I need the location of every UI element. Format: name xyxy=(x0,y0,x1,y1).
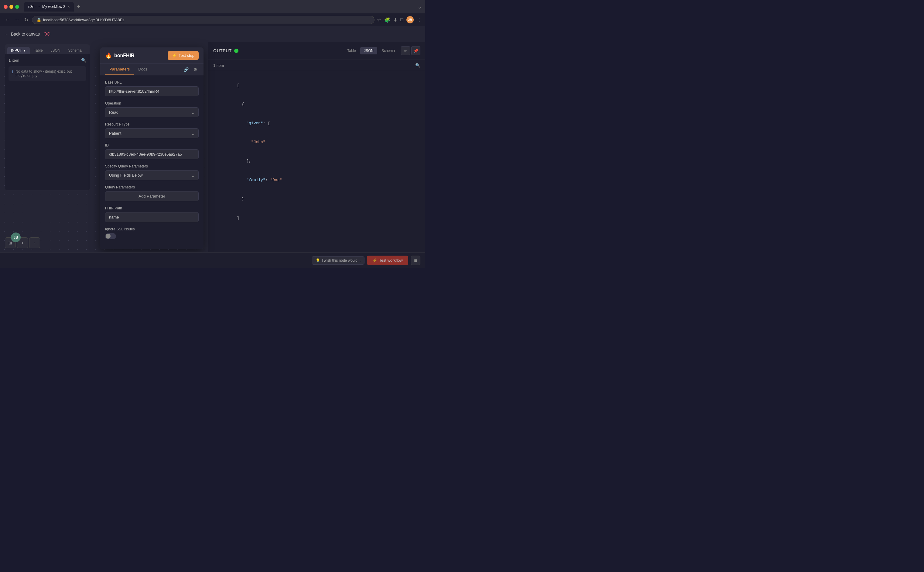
zoom-out-button[interactable]: - xyxy=(29,237,40,248)
bottom-bar: 💡 I wish this node would... ⚡ Test workf… xyxy=(0,252,425,268)
pin-output-button[interactable]: 📌 xyxy=(411,46,420,55)
add-parameter-button[interactable]: Add Parameter xyxy=(105,191,198,201)
back-to-canvas-link[interactable]: ← Back to canvas xyxy=(5,32,40,36)
download-icon[interactable]: ⬇ xyxy=(393,17,397,23)
fhir-path-field-group: FHIR Path xyxy=(105,206,198,222)
back-to-canvas-label: Back to canvas xyxy=(11,32,40,36)
screen-capture-icon[interactable]: □ xyxy=(400,17,403,22)
browser-tab-active[interactable]: n8n - → My workflow 2 × xyxy=(24,2,74,12)
node-body: Base URL Operation Read Resource Type Pa… xyxy=(100,75,203,249)
node-tabs: Parameters Docs 🔗 ⚙ xyxy=(100,64,203,75)
close-traffic-light[interactable] xyxy=(4,5,8,9)
json-line-1: { xyxy=(213,95,420,113)
traffic-lights xyxy=(4,5,19,9)
node-icon: 🔥 xyxy=(105,52,112,59)
star-icon[interactable]: ☆ xyxy=(377,17,381,23)
operation-field-group: Operation Read xyxy=(105,101,198,117)
node-header: 🔥 bonFHIR ⚡ Test step xyxy=(100,47,203,64)
ignore-ssl-toggle-wrapper xyxy=(105,233,198,239)
search-input-button[interactable]: 🔍 xyxy=(81,58,86,63)
fhir-path-input[interactable] xyxy=(105,212,198,222)
test-workflow-button[interactable]: ⚡ Test workflow xyxy=(367,256,408,265)
id-label: ID xyxy=(105,143,198,148)
tab-json[interactable]: JSON xyxy=(47,47,64,54)
ignore-ssl-toggle[interactable] xyxy=(105,233,116,239)
canvas-controls: JB ⊞ + - xyxy=(5,237,40,248)
id-input[interactable] xyxy=(105,149,198,159)
specify-query-label: Specify Query Parameters xyxy=(105,164,198,168)
json-line-3: "John" xyxy=(213,133,420,152)
output-panel: OUTPUT Table JSON Schema ✏ 📌 1 ite xyxy=(208,26,425,268)
items-count-row: 1 item 🔍 xyxy=(8,58,86,63)
tab-table[interactable]: Table xyxy=(30,47,47,54)
browser-chrome: n8n - → My workflow 2 × + ⌄ ← → ↻ 🔒 loca… xyxy=(0,0,425,26)
tab-input[interactable]: INPUT ▼ xyxy=(7,47,30,54)
tab-schema[interactable]: Schema xyxy=(65,47,85,54)
minimize-traffic-light[interactable] xyxy=(9,5,13,9)
test-step-button[interactable]: ⚡ Test step xyxy=(167,51,198,60)
browser-nav-icons: ☆ 🧩 ⬇ □ JB ⋮ xyxy=(377,16,422,23)
output-header: OUTPUT Table JSON Schema ✏ 📌 xyxy=(208,42,425,60)
back-button[interactable]: ← xyxy=(4,16,11,24)
test-workflow-icon: ⚡ xyxy=(372,258,377,263)
node-tab-icons: 🔗 ⚙ xyxy=(182,64,198,75)
app-content: ← Back to canvas ⬡⬡ INPUT ▼ Table JSON S… xyxy=(0,26,425,268)
output-items-row: 1 item 🔍 xyxy=(208,60,425,71)
output-tab-table[interactable]: Table xyxy=(344,47,360,54)
output-search-button[interactable]: 🔍 xyxy=(415,63,420,68)
edit-output-button[interactable]: ✏ xyxy=(401,46,410,55)
ignore-ssl-label: Ignore SSL Issues xyxy=(105,227,198,231)
node-panel: 🔥 bonFHIR ⚡ Test step Parameters Docs 🔗 … xyxy=(100,47,203,249)
input-panel: INPUT ▼ Table JSON Schema 1 item 🔍 ℹ No … xyxy=(5,44,90,190)
canvas-topbar: ← Back to canvas ⬡⬡ xyxy=(0,26,425,42)
output-status-dot xyxy=(234,49,239,53)
forward-button[interactable]: → xyxy=(13,16,21,24)
tab-label: n8n - → My workflow 2 xyxy=(28,5,65,9)
n8n-logo: ⬡⬡ xyxy=(43,32,50,36)
tab-close-icon[interactable]: × xyxy=(68,5,70,8)
wish-tooltip: 💡 I wish this node would... xyxy=(312,256,364,265)
output-actions: ✏ 📌 xyxy=(401,46,420,55)
ignore-ssl-field-group: Ignore SSL Issues xyxy=(105,227,198,239)
browser-expand-icon[interactable]: ⌄ xyxy=(418,4,422,10)
user-avatar-bottom[interactable]: JB xyxy=(11,233,21,242)
operation-label: Operation xyxy=(105,101,198,106)
output-tab-json[interactable]: JSON xyxy=(360,47,377,54)
base-url-label: Base URL xyxy=(105,80,198,84)
new-tab-button[interactable]: + xyxy=(75,4,82,10)
stop-icon: ■ xyxy=(414,258,417,263)
resource-type-label: Resource Type xyxy=(105,122,198,126)
input-panel-tabs: INPUT ▼ Table JSON Schema xyxy=(5,44,90,54)
more-menu-icon[interactable]: ⋮ xyxy=(417,17,422,23)
json-line-5: "family": "Doe" xyxy=(213,171,420,190)
specify-query-select[interactable]: Using Fields Below xyxy=(105,170,198,180)
toggle-knob xyxy=(106,234,110,239)
wish-icon: 💡 xyxy=(316,258,320,263)
resource-type-field-group: Resource Type Patient xyxy=(105,122,198,138)
base-url-input[interactable] xyxy=(105,86,198,96)
url-bar[interactable]: 🔒 localhost:5678/workflow/a3qYBLhYD8UTA8… xyxy=(32,16,375,24)
resource-type-select[interactable]: Patient xyxy=(105,128,198,138)
test-step-icon: ⚡ xyxy=(172,53,177,58)
specify-query-select-wrapper: Using Fields Below xyxy=(105,170,198,180)
output-items-count: 1 item xyxy=(213,63,224,68)
empty-info-box: ℹ No data to show - item(s) exist, but t… xyxy=(8,66,86,81)
output-tab-schema[interactable]: Schema xyxy=(378,47,398,54)
node-link-icon[interactable]: 🔗 xyxy=(182,64,190,75)
tab-docs[interactable]: Docs xyxy=(134,64,152,75)
reload-button[interactable]: ↻ xyxy=(23,16,29,24)
node-settings-icon[interactable]: ⚙ xyxy=(192,64,198,75)
fhir-path-label: FHIR Path xyxy=(105,206,198,210)
maximize-traffic-light[interactable] xyxy=(15,5,19,9)
wish-text: I wish this node would... xyxy=(322,258,361,263)
empty-message: No data to show - item(s) exist, but the… xyxy=(16,69,83,78)
output-controls: Table JSON Schema ✏ 📌 xyxy=(344,46,420,55)
output-tabs: Table JSON Schema xyxy=(344,47,398,54)
json-line-4: ], xyxy=(213,152,420,171)
info-icon: ℹ xyxy=(12,70,13,74)
operation-select[interactable]: Read xyxy=(105,107,198,117)
user-avatar-nav[interactable]: JB xyxy=(406,16,414,23)
extensions-icon[interactable]: 🧩 xyxy=(384,17,390,23)
stop-button[interactable]: ■ xyxy=(411,256,420,265)
tab-parameters[interactable]: Parameters xyxy=(105,64,134,75)
